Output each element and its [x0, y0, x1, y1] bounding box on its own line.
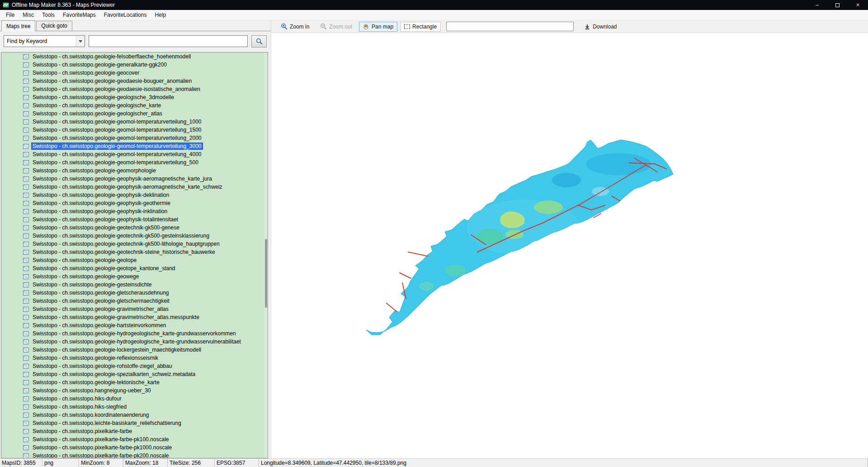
tree-item[interactable]: Swisstopo - ch.swisstopo.pixelkarte-farb…: [1, 435, 268, 443]
map-layer-icon: [23, 168, 29, 173]
pan-map-button[interactable]: Pan map: [359, 22, 397, 32]
tree-item[interactable]: Swisstopo - ch.swisstopo.geologie-geophy…: [1, 183, 268, 191]
tree-item[interactable]: Swisstopo - ch.swisstopo.geologie-geolog…: [1, 110, 268, 118]
find-mode-value: Find by Keyword: [7, 38, 47, 44]
tree-item[interactable]: Swisstopo - ch.swisstopo.geologie-geomol…: [1, 134, 268, 142]
map-layer-icon: [23, 225, 29, 230]
tree-item[interactable]: Swisstopo - ch.swisstopo.leichte-basiska…: [1, 419, 268, 427]
tree-item[interactable]: Swisstopo - ch.swisstopo.geologie-geomol…: [1, 150, 268, 158]
tree-item[interactable]: Swisstopo - ch.swisstopo.geologie-geotec…: [1, 224, 268, 232]
tree-item[interactable]: Swisstopo - ch.swisstopo.geologie-gletsc…: [1, 289, 268, 297]
map-toolbar: Zoom in Zoom out: [271, 20, 868, 33]
zoom-out-button[interactable]: Zoom out: [316, 21, 356, 32]
maximize-button[interactable]: [827, 0, 848, 10]
tree-item-label: Swisstopo - ch.swisstopo.geologie-locker…: [31, 346, 203, 353]
menu-favoritelocations[interactable]: FavoriteLocations: [100, 10, 151, 19]
menu-favoritemaps[interactable]: FavoriteMaps: [59, 10, 100, 19]
tree-item[interactable]: Swisstopo - ch.swisstopo.geologie-geophy…: [1, 175, 268, 183]
tree-item[interactable]: Swisstopo - ch.swisstopo.pixelkarte-farb…: [1, 443, 268, 452]
close-button[interactable]: ×: [848, 0, 868, 10]
tree-item[interactable]: Swisstopo - ch.swisstopo.geologie-geoweg…: [1, 272, 268, 281]
search-input[interactable]: [89, 35, 248, 47]
tree-item-label: Swisstopo - ch.swisstopo.geologie-geodae…: [31, 86, 202, 93]
tree-item-label: Swisstopo - ch.swisstopo.geologie-geomol…: [31, 134, 203, 142]
menu-file[interactable]: File: [2, 10, 19, 19]
map-layer-icon: [23, 95, 29, 100]
tree-item[interactable]: Swisstopo - ch.swisstopo.geologie-geotec…: [1, 240, 268, 248]
map-layer-icon: [23, 405, 29, 410]
tree-item[interactable]: Swisstopo - ch.swisstopo.geologie-geotop…: [1, 264, 268, 272]
map-layer-icon: [23, 356, 29, 361]
tree-item[interactable]: Swisstopo - ch.swisstopo.hangneigung-ueb…: [1, 386, 268, 395]
tree-item[interactable]: Swisstopo - ch.swisstopo.geologie-geotec…: [1, 248, 268, 256]
tree-item[interactable]: Swisstopo - ch.swisstopo.geologie-geodae…: [1, 85, 268, 93]
find-mode-combobox[interactable]: Find by Keyword: [4, 35, 85, 47]
download-area-input[interactable]: [446, 22, 574, 31]
tree-item[interactable]: Swisstopo - ch.swisstopo.pixelkarte-farb…: [1, 427, 268, 435]
map-layer-icon: [23, 380, 29, 385]
tree-item[interactable]: Swisstopo - ch.swisstopo.pixelkarte-farb…: [1, 452, 268, 458]
tree-item[interactable]: Swisstopo - ch.swisstopo.geologie-rohsto…: [1, 362, 268, 370]
tree-item[interactable]: Swisstopo - ch.swisstopo.geologie-geomol…: [1, 126, 268, 134]
zoom-in-button[interactable]: Zoom in: [277, 21, 313, 32]
tree-item[interactable]: Swisstopo - ch.swisstopo.geologie-geomol…: [1, 142, 268, 150]
map-layer-icon: [23, 87, 29, 92]
tree-item[interactable]: Swisstopo - ch.swisstopo.geologie-tekton…: [1, 378, 268, 386]
rectangle-button[interactable]: Rectangle: [400, 22, 441, 32]
tree-item[interactable]: Swisstopo - ch.swisstopo.geologie-locker…: [1, 346, 268, 354]
tree-item[interactable]: Swisstopo - ch.swisstopo.koordinatenaend…: [1, 411, 268, 419]
tree-item[interactable]: Swisstopo - ch.swisstopo.geologie-gravim…: [1, 313, 268, 321]
map-layer-icon: [23, 282, 29, 287]
menu-misc[interactable]: Misc: [19, 10, 38, 19]
tree-item[interactable]: Swisstopo - ch.swisstopo.geologie-gletsc…: [1, 297, 268, 305]
status-segment: Longitude=8.349609, Latitude=47.442950, …: [259, 459, 868, 467]
tree-item[interactable]: Swisstopo - ch.swisstopo.geologie-hydrog…: [1, 338, 268, 346]
tree-item-label: Swisstopo - ch.swisstopo.geologie-geotec…: [31, 240, 221, 248]
tree-item[interactable]: Swisstopo - ch.swisstopo.geologie-felsob…: [1, 52, 268, 61]
tree-item[interactable]: Swisstopo - ch.swisstopo.geologie-hartst…: [1, 321, 268, 329]
tree-item-label: Swisstopo - ch.swisstopo.geologie-geomor…: [31, 167, 157, 174]
tree-item[interactable]: Swisstopo - ch.swisstopo.geologie-genera…: [1, 61, 268, 69]
download-icon: [584, 24, 590, 30]
tree-item[interactable]: Swisstopo - ch.swisstopo.geologie-geomol…: [1, 118, 268, 126]
tree-item[interactable]: Swisstopo - ch.swisstopo.geologie-gestei…: [1, 281, 268, 289]
tree-item[interactable]: Swisstopo - ch.swisstopo.geologie-reflex…: [1, 354, 268, 362]
tree-item[interactable]: Swisstopo - ch.swisstopo.geologie-geotop…: [1, 256, 268, 264]
tree-item[interactable]: Swisstopo - ch.swisstopo.geologie-geophy…: [1, 215, 268, 224]
tree-item[interactable]: Swisstopo - ch.swisstopo.geologie-spezia…: [1, 370, 268, 378]
map-layer-icon: [23, 79, 29, 84]
menu-help[interactable]: Help: [151, 10, 170, 19]
tree-item-label: Swisstopo - ch.swisstopo.geologie-spezia…: [31, 371, 197, 378]
tree-item[interactable]: Swisstopo - ch.swisstopo.geologie-hydrog…: [1, 329, 268, 338]
tree-item[interactable]: Swisstopo - ch.swisstopo.geologie-geocov…: [1, 69, 268, 77]
tree-item-label: Swisstopo - ch.swisstopo.geologie-geotec…: [31, 248, 217, 256]
tree-item[interactable]: Swisstopo - ch.swisstopo.geologie-geolog…: [1, 93, 268, 101]
tree-item[interactable]: Swisstopo - ch.swisstopo.hiks-dufour: [1, 395, 268, 403]
tree-item[interactable]: Swisstopo - ch.swisstopo.geologie-geomor…: [1, 167, 268, 175]
menu-tools[interactable]: Tools: [38, 10, 59, 19]
app-window: Offline Map Maker 8.363 - Maps Previewer…: [0, 0, 868, 467]
tab-quick-goto[interactable]: Quick goto: [36, 21, 72, 31]
search-button[interactable]: [251, 35, 267, 48]
map-layer-icon: [23, 242, 29, 247]
map-layer-icon: [23, 185, 29, 190]
download-button[interactable]: Download: [580, 22, 621, 32]
tree-item[interactable]: Swisstopo - ch.swisstopo.geologie-geophy…: [1, 199, 268, 207]
minimize-button[interactable]: –: [807, 0, 827, 10]
tree-item[interactable]: Swisstopo - ch.swisstopo.geologie-geophy…: [1, 191, 268, 199]
tree-item[interactable]: Swisstopo - ch.swisstopo.geologie-geomol…: [1, 158, 268, 167]
map-layer-icon: [23, 291, 29, 295]
map-layer-icon: [23, 348, 29, 353]
tree-item[interactable]: Swisstopo - ch.swisstopo.geologie-geolog…: [1, 101, 268, 110]
map-viewport[interactable]: [271, 33, 868, 458]
tree-scrollbar[interactable]: [264, 52, 268, 458]
tree-item[interactable]: Swisstopo - ch.swisstopo.geologie-geophy…: [1, 207, 268, 215]
tab-maps-tree[interactable]: Maps tree: [1, 20, 35, 31]
tree-item[interactable]: Swisstopo - ch.swisstopo.geologie-geotec…: [1, 232, 268, 240]
tree-item[interactable]: Swisstopo - ch.swisstopo.geologie-geodae…: [1, 77, 268, 85]
tree-item[interactable]: Swisstopo - ch.swisstopo.hiks-siegfried: [1, 403, 268, 411]
tree-item-label: Swisstopo - ch.swisstopo.geologie-geophy…: [31, 183, 224, 191]
tree-scrollbar-thumb[interactable]: [265, 239, 267, 308]
tree-item[interactable]: Swisstopo - ch.swisstopo.geologie-gravim…: [1, 305, 268, 313]
combo-dropdown-button[interactable]: [76, 36, 85, 47]
